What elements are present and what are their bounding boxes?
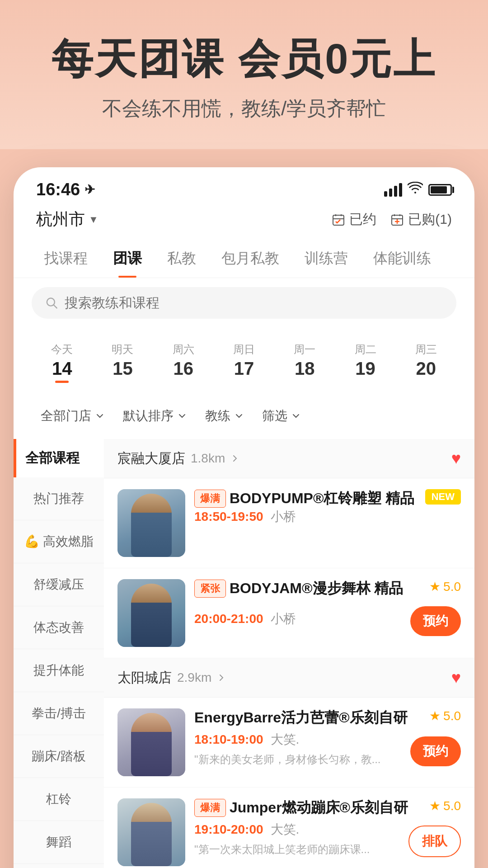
course-4-queue-button[interactable]: 排队: [408, 826, 461, 857]
svg-rect-0: [333, 215, 344, 225]
sidebar-item-barbell[interactable]: 杠铃: [14, 778, 104, 821]
date-today[interactable]: 今天 14: [32, 337, 92, 388]
search-bar[interactable]: [32, 287, 456, 319]
filter-dropdown-icon: [95, 411, 105, 421]
course-3-book-button[interactable]: 预约: [410, 736, 461, 766]
tab-fitness-training[interactable]: 体能训练: [361, 240, 444, 278]
course-1-thumbnail: [117, 489, 185, 557]
course-4-info: 爆满 Jumper燃动蹦床®乐刻自研 ★5.0 19:10-20:00 大笑.: [194, 798, 461, 857]
date-sun[interactable]: 周日 17: [214, 337, 274, 388]
status-bar: 16:46 ✈: [14, 167, 474, 204]
store-arrow-icon: [230, 454, 239, 463]
course-4-action-row: 19:10-20:00 大笑. "第一次来太阳城上笑老师的蹦床课... 排队: [194, 821, 461, 857]
tab-find-course[interactable]: 找课程: [32, 240, 100, 278]
course-card-3: EnergyBarre活力芭蕾®乐刻自研 ★5.0 18:10-19:00 大笑…: [104, 698, 474, 788]
course-2-tags: 紧张 BODYJAM®漫步舞林 精品: [194, 579, 425, 598]
course-2-action-row: 20:00-21:00 小桥 预约: [194, 602, 461, 636]
location-dropdown-arrow: ▼: [89, 214, 99, 226]
filter-row: 全部门店 默认排序 教练 筛选: [14, 397, 474, 439]
course-3-action-row: 18:10-19:00 大笑. "新来的美女老师，身材修长匀称，教... 预约: [194, 731, 461, 767]
course-2-time: 20:00-21:00: [194, 612, 263, 626]
course-3-time: 18:10-19:00: [194, 732, 263, 747]
sidebar-item-fat-burn[interactable]: 💪 高效燃脂: [14, 520, 104, 563]
hero-subtitle: 不会练不用慌，教练/学员齐帮忙: [27, 95, 461, 122]
sidebar-item-popular[interactable]: 热门推荐: [14, 477, 104, 520]
store-2-header: 太阳城店 2.9km ♥: [104, 658, 474, 698]
date-tue[interactable]: 周二 19: [335, 337, 395, 388]
store-1-header: 宸融大厦店 1.8km ♥: [104, 439, 474, 478]
course-card-1: 爆满 BODYPUMP®杠铃雕塑 精品 NEW 18:50-19:50 小桥: [104, 478, 474, 568]
date-sat[interactable]: 周六 16: [153, 337, 214, 388]
content-area: 全部课程 热门推荐 💪 高效燃脂 舒缓减压 体态改善 提升体能 拳击/搏击 蹦床…: [14, 439, 474, 868]
course-3-thumbnail: [117, 708, 185, 776]
course-3-teacher: 大笑.: [271, 731, 300, 748]
tab-training-camp[interactable]: 训练营: [292, 240, 361, 278]
sidebar-item-stress-relief[interactable]: 舒缓减压: [14, 563, 104, 606]
course-2-thumbnail: [117, 579, 185, 647]
search-input[interactable]: [65, 295, 443, 311]
store-2-arrow-icon: [217, 673, 226, 682]
trainer-dropdown-icon: [234, 411, 244, 421]
hero-section: 每天团课 会员0元上 不会练不用慌，教练/学员齐帮忙: [0, 0, 488, 149]
store-2-name[interactable]: 太阳城店 2.9km: [117, 669, 226, 687]
course-card-2: 紧张 BODYJAM®漫步舞林 精品 ★5.0 20:00-21:00 小桥 预…: [104, 568, 474, 658]
date-selector: 今天 14 明天 15 周六 16 周日 17 周一 18 周二 19 周三 2…: [14, 328, 474, 397]
course-4-thumbnail: [117, 798, 185, 866]
filter-sort[interactable]: 默认排序: [114, 402, 196, 430]
sidebar-item-boxing[interactable]: 拳击/搏击: [14, 692, 104, 735]
course-2-tag-tight: 紧张: [194, 580, 226, 598]
date-tomorrow[interactable]: 明天 15: [92, 337, 153, 388]
sidebar-header: 全部课程: [14, 439, 104, 477]
store-1-favorite[interactable]: ♥: [451, 449, 461, 468]
course-3-title-row: EnergyBarre活力芭蕾®乐刻自研 ★5.0: [194, 708, 461, 727]
sort-dropdown-icon: [177, 411, 187, 421]
store-2-favorite[interactable]: ♥: [451, 668, 461, 687]
store-1-name[interactable]: 宸融大厦店 1.8km: [117, 449, 239, 468]
location-selector[interactable]: 杭州市 ▼: [36, 208, 99, 231]
course-3-name: EnergyBarre活力芭蕾®乐刻自研: [194, 708, 408, 727]
top-nav: 杭州市 ▼ 已约 已购(1): [14, 204, 474, 240]
course-4-title-row: 爆满 Jumper燃动蹦床®乐刻自研 ★5.0: [194, 798, 461, 817]
filter-all-stores[interactable]: 全部门店: [32, 402, 114, 430]
course-2-info: 紧张 BODYJAM®漫步舞林 精品 ★5.0 20:00-21:00 小桥 预…: [194, 579, 461, 636]
course-1-name: BODYPUMP®杠铃雕塑 精品: [230, 489, 414, 508]
date-mon[interactable]: 周一 18: [274, 337, 335, 388]
course-2-teacher: 小桥: [271, 610, 296, 627]
filter-more[interactable]: 筛选: [253, 402, 310, 430]
course-3-info: EnergyBarre活力芭蕾®乐刻自研 ★5.0 18:10-19:00 大笑…: [194, 708, 461, 767]
date-wed[interactable]: 周三 20: [396, 337, 456, 388]
course-1-teacher: 小桥: [271, 508, 296, 525]
sidebar-item-trampoline[interactable]: 蹦床/踏板: [14, 735, 104, 778]
tab-monthly-trainer[interactable]: 包月私教: [209, 240, 292, 278]
phone-shell: 16:46 ✈ 杭: [14, 167, 474, 868]
tab-personal-trainer[interactable]: 私教: [155, 240, 209, 278]
course-2-time-row: 20:00-21:00 小桥: [194, 610, 296, 627]
course-3-rating: ★5.0: [429, 708, 461, 723]
sidebar-item-dance[interactable]: 舞蹈: [14, 821, 104, 864]
sidebar-item-yoga[interactable]: 瑜伽: [14, 864, 104, 868]
more-filter-dropdown-icon: [291, 411, 301, 421]
course-2-book-button[interactable]: 预约: [410, 606, 461, 636]
wifi-icon: [408, 182, 423, 198]
purchased-button[interactable]: 已购(1): [390, 210, 452, 229]
top-actions: 已约 已购(1): [331, 210, 452, 229]
status-time: 16:46 ✈: [36, 180, 95, 199]
filter-trainer[interactable]: 教练: [196, 402, 253, 430]
course-4-teacher: 大笑.: [271, 821, 300, 838]
course-1-time-row: 18:50-19:50 小桥: [194, 508, 461, 525]
course-2-name: BODYJAM®漫步舞林 精品: [230, 579, 403, 598]
tab-navigation: 找课程 团课 私教 包月私教 训练营 体能训练: [14, 240, 474, 278]
course-4-time: 19:10-20:00: [194, 822, 263, 837]
sidebar-item-fitness[interactable]: 提升体能: [14, 649, 104, 692]
sidebar-item-posture[interactable]: 体态改善: [14, 606, 104, 649]
course-4-tags: 爆满 Jumper燃动蹦床®乐刻自研: [194, 798, 425, 817]
booked-button[interactable]: 已约: [331, 210, 376, 229]
course-1-tag-full: 爆满: [194, 490, 226, 508]
status-icons: [384, 182, 452, 198]
course-4-name: Jumper燃动蹦床®乐刻自研: [230, 798, 408, 817]
tab-group-class[interactable]: 团课: [100, 240, 155, 278]
course-1-title-row: 爆满 BODYPUMP®杠铃雕塑 精品 NEW: [194, 489, 461, 508]
search-icon: [45, 296, 58, 310]
course-1-tags: 爆满 BODYPUMP®杠铃雕塑 精品: [194, 489, 421, 508]
course-1-info: 爆满 BODYPUMP®杠铃雕塑 精品 NEW 18:50-19:50 小桥: [194, 489, 461, 525]
